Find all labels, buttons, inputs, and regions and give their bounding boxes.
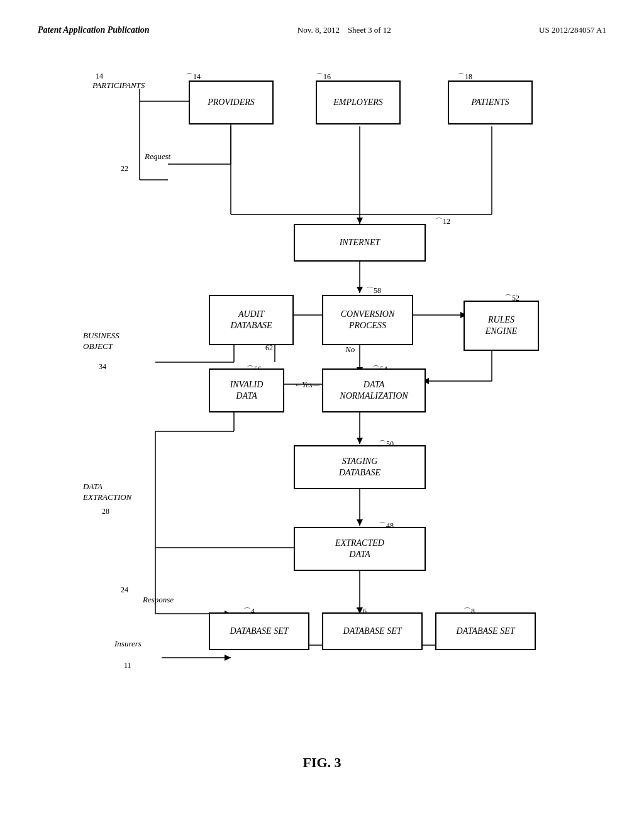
svg-marker-8 [357, 218, 363, 224]
page: Patent Application Publication Nov. 8, 2… [0, 0, 644, 830]
ref-22: 22 [121, 164, 128, 174]
label-yes: ←Yes— [294, 380, 319, 390]
internet-box: INTERNET [294, 224, 426, 262]
ref-28: 28 [102, 507, 109, 516]
extracted-data-box: EXTRACTEDDATA [294, 527, 426, 571]
diagram-svg [52, 54, 592, 777]
ref-13: 14 [96, 72, 103, 81]
patients-box: PATIENTS [448, 80, 533, 124]
label-participants: PARTICIPANTS [92, 80, 145, 91]
employers-box: EMPLOYERS [316, 80, 401, 124]
ref-12: ⌒12 [435, 216, 450, 227]
svg-marker-30 [357, 519, 363, 526]
ref-62: 62 [265, 343, 273, 353]
conversion-box: CONVERSIONPROCESS [322, 295, 413, 345]
label-response: Response [143, 595, 174, 605]
ref-11: 11 [124, 661, 131, 670]
header-date-sheet: Nov. 8, 2012 Sheet 3 of 12 [297, 25, 391, 35]
data-norm-box: DATANORMALIZATION [322, 368, 426, 412]
page-header: Patent Application Publication Nov. 8, 2… [38, 25, 606, 35]
ref-24: 24 [121, 585, 128, 595]
label-business-object: BUSINESSOBJECT [83, 331, 119, 352]
db-set-4-box: DATABASE SET [209, 612, 309, 650]
label-no: No [345, 345, 355, 355]
header-patent-num: US 2012/284057 A1 [539, 25, 606, 35]
providers-box: PROVIDERS [189, 80, 274, 124]
audit-db-box: AUDITDATABASE [209, 295, 294, 345]
invalid-data-box: INVALIDDATA [209, 368, 284, 412]
svg-marker-10 [357, 287, 363, 293]
label-data-extraction: DATAEXTRACTION [83, 482, 131, 503]
svg-marker-39 [225, 655, 231, 661]
db-set-8-box: DATABASE SET [435, 612, 536, 650]
svg-marker-28 [357, 438, 363, 444]
ref-34: 34 [99, 362, 106, 372]
label-request: Request [145, 152, 170, 162]
diagram-container: 14 PARTICIPANTS ⌒14 ⌒16 ⌒18 PROVIDERS EM… [52, 54, 592, 777]
rules-engine-box: RULESENGINE [464, 301, 539, 351]
fig-label: FIG. 3 [303, 755, 341, 771]
label-insurers: Insurers [114, 639, 142, 649]
db-set-6-box: DATABASE SET [322, 612, 423, 650]
staging-db-box: STAGINGDATABASE [294, 445, 426, 489]
header-publication: Patent Application Publication [38, 25, 150, 35]
